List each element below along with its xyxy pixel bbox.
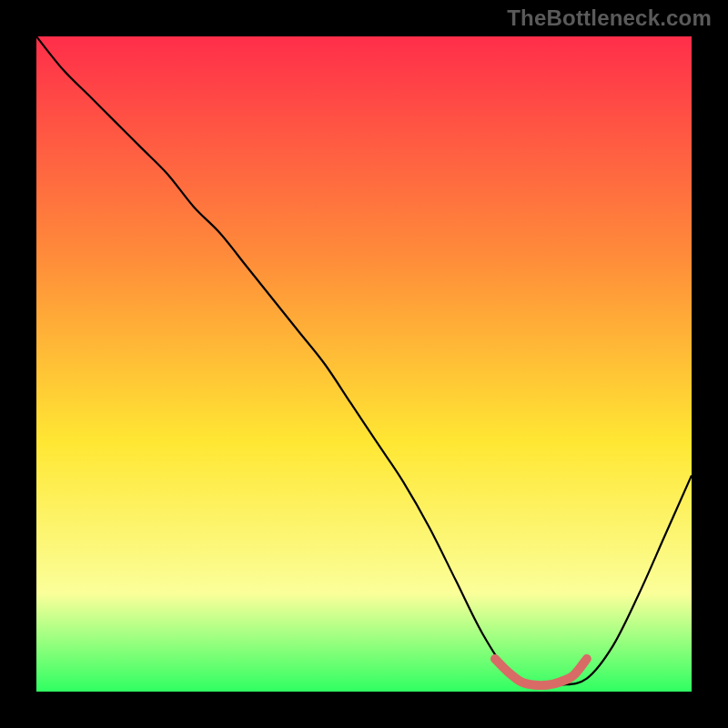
chart-stage: TheBottleneck.com <box>0 0 728 728</box>
bottleneck-chart <box>36 36 692 692</box>
gradient-background <box>36 36 692 692</box>
watermark-text: TheBottleneck.com <box>507 5 712 31</box>
